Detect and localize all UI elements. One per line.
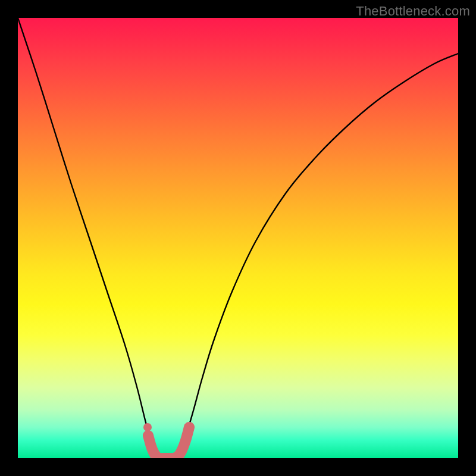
watermark-label: TheBottleneck.com: [356, 4, 470, 19]
chart-plot-area: [18, 18, 458, 458]
